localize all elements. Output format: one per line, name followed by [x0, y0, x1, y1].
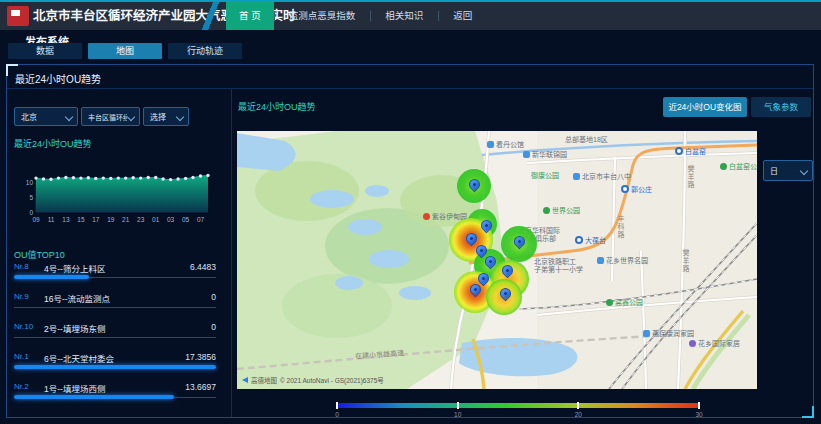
map-label: 大葆台: [575, 236, 606, 244]
ou-value: 6.4483: [190, 262, 216, 272]
svg-text:17: 17: [92, 216, 100, 223]
map-label: 樊羊路: [682, 249, 689, 273]
svg-text:09: 09: [32, 216, 40, 223]
app-logo-icon: [7, 6, 29, 26]
chevron-down-icon: [127, 113, 135, 121]
metro-poi-icon: [621, 185, 629, 193]
ou-color-scale: 0102030: [337, 401, 699, 419]
publish-tabs: 数据地图行动轨迹: [8, 43, 242, 59]
color-scale-bar: [337, 403, 699, 408]
map-label: 燕保康润家园: [643, 330, 694, 337]
svg-text:13: 13: [62, 216, 70, 223]
map-mode-button-1[interactable]: 气象参数: [751, 97, 811, 117]
svg-text:15: 15: [77, 216, 85, 223]
map-mode-button-0[interactable]: 近24小时OU变化图: [663, 97, 747, 117]
trend-chart: 0911131517192123010305070510: [22, 168, 218, 226]
scale-tick-mark: [577, 402, 579, 409]
map-label: 子弟第十一小学: [534, 266, 583, 273]
left-right-divider: [231, 89, 232, 417]
panel-title: 最近24小时OU趋势: [15, 71, 101, 86]
panel-title-divider: [7, 88, 813, 89]
scale-tick-label: 30: [695, 411, 702, 418]
bar-track: [14, 397, 216, 398]
svg-text:21: 21: [122, 216, 130, 223]
map-label: 紫谷伊甸园: [423, 213, 467, 220]
map-attribution: 高德地图 © 2021 AutoNavi - GS(2021)6375号: [242, 375, 384, 385]
site-name: 16号--流动监测点: [44, 292, 110, 304]
blue-poi-icon: [597, 257, 604, 264]
map-canvas[interactable]: 总部基地18区看丹公馆新华联锦园御康公园北京市丰台八中郭公庄白盆窑白盆窑公园紫谷…: [237, 131, 757, 389]
site-select-value: 丰台区循环经济产: [88, 112, 127, 122]
map-label: 花乡国际家居: [689, 340, 740, 347]
top-list-row: Nr.84号--筛分上料区6.4483: [14, 260, 216, 290]
map-label: 白盆窑: [675, 147, 706, 155]
green-poi-icon: [606, 299, 613, 306]
svg-text:03: 03: [167, 216, 175, 223]
bar-track: [14, 337, 216, 338]
ou-value: 17.3856: [185, 352, 216, 362]
purple-poi-icon: [689, 340, 696, 347]
scale-tick-mark: [698, 402, 700, 409]
nav-item-1[interactable]: 监测点恶臭指数: [274, 2, 371, 30]
trend-chart-label: 最近24小时OU趋势: [14, 137, 92, 150]
map-label: 樊羊路: [687, 165, 694, 189]
ou-value: 0: [211, 322, 216, 332]
layer-select-value: 日: [770, 165, 778, 176]
blue-poi-icon: [573, 173, 580, 180]
map-brand: 高德地图: [251, 375, 277, 385]
publish-tab-0[interactable]: 数据: [8, 43, 82, 59]
map-label: 世界公园: [543, 207, 580, 214]
map-label: 花乡世界名园: [597, 257, 648, 264]
site-name: 6号--北天堂村委会: [44, 352, 114, 364]
bar-track: [14, 307, 216, 308]
station-select-value: 选择: [150, 111, 166, 122]
map-label: 郭公庄: [621, 185, 652, 193]
svg-text:10: 10: [26, 179, 34, 186]
metro-poi-icon: [675, 147, 683, 155]
nav-item-0[interactable]: 首 页: [226, 2, 274, 30]
rank-label: Nr.9: [14, 292, 29, 301]
rank-label: Nr.1: [14, 352, 29, 361]
map-panel-title: 最近24小时OU趋势: [238, 100, 316, 113]
publish-tab-1[interactable]: 地图: [88, 43, 162, 59]
region-select[interactable]: 北京: [14, 107, 78, 126]
svg-text:0: 0: [29, 209, 33, 216]
layer-select[interactable]: 日: [763, 160, 813, 181]
nav-item-3[interactable]: 返回: [438, 2, 487, 30]
station-select[interactable]: 选择: [143, 107, 189, 126]
svg-text:05: 05: [182, 216, 190, 223]
site-name: 4号--筛分上料区: [44, 262, 105, 274]
svg-text:01: 01: [152, 216, 160, 223]
green-poi-icon: [720, 163, 727, 170]
scale-tick-label: 20: [575, 411, 582, 418]
svg-text:23: 23: [137, 216, 145, 223]
scale-tick-mark: [336, 402, 338, 409]
blue-poi-icon: [523, 151, 530, 158]
top-header: 北京市丰台区循环经济产业园大气恶臭状况实时 首 页监测点恶臭指数相关知识返回: [0, 0, 821, 30]
ou-value: 13.6697: [185, 382, 216, 392]
chevron-down-icon: [176, 113, 184, 121]
chevron-down-icon: [65, 113, 73, 121]
map-label: 高鑫公园: [606, 299, 643, 306]
region-select-value: 北京: [21, 111, 37, 122]
bar-fill: [14, 275, 89, 279]
nav-item-2[interactable]: 相关知识: [370, 2, 438, 30]
main-nav: 首 页监测点恶臭指数相关知识返回: [226, 2, 487, 30]
top-list-row: Nr.16号--北天堂村委会17.3856: [14, 350, 216, 380]
amap-logo-icon: [242, 377, 248, 383]
site-select[interactable]: 丰台区循环经济产: [81, 107, 140, 126]
map-copyright: © 2021 AutoNavi - GS(2021)6375号: [280, 375, 384, 385]
map-label: 总部基地18区: [565, 136, 608, 143]
publish-tab-2[interactable]: 行动轨迹: [168, 43, 242, 59]
blue-poi-icon: [643, 330, 650, 337]
bar-fill: [14, 395, 174, 399]
scale-tick-label: 10: [454, 411, 461, 418]
header-slash-decoration: [193, 2, 227, 30]
green-poi-icon: [543, 207, 550, 214]
site-name: 2号--填埋场东侧: [44, 322, 105, 334]
rank-label: Nr.10: [14, 322, 33, 331]
bar-fill: [14, 365, 216, 369]
svg-text:07: 07: [197, 216, 205, 223]
scale-tick-mark: [457, 402, 459, 409]
top-list-row: Nr.916号--流动监测点0: [14, 290, 216, 320]
